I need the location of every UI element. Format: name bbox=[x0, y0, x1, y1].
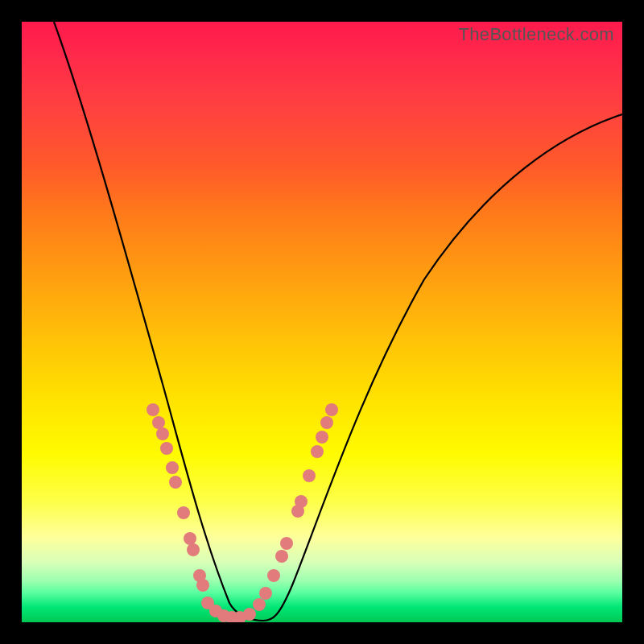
data-bead bbox=[169, 476, 182, 489]
chart-svg bbox=[22, 22, 622, 622]
data-bead bbox=[280, 537, 293, 550]
data-bead bbox=[152, 416, 165, 429]
data-bead bbox=[177, 506, 190, 519]
chart-plot-area: TheBottleneck.com bbox=[22, 22, 622, 622]
data-bead bbox=[275, 550, 288, 563]
data-bead bbox=[243, 608, 256, 621]
data-bead bbox=[316, 431, 328, 444]
beads-group bbox=[147, 403, 338, 622]
data-bead bbox=[267, 569, 280, 582]
data-bead bbox=[196, 579, 209, 592]
data-bead bbox=[166, 461, 179, 474]
data-bead bbox=[160, 442, 173, 455]
data-bead bbox=[253, 598, 266, 611]
data-bead bbox=[147, 403, 159, 416]
curve-right-arm bbox=[263, 114, 622, 621]
data-bead bbox=[303, 469, 316, 482]
data-bead bbox=[325, 403, 338, 416]
curve-left-arm bbox=[54, 22, 263, 621]
data-bead bbox=[259, 587, 272, 600]
curve-group bbox=[54, 22, 622, 621]
data-bead bbox=[295, 495, 308, 508]
data-bead bbox=[187, 543, 200, 556]
data-bead bbox=[311, 445, 324, 458]
data-bead bbox=[320, 416, 333, 429]
data-bead bbox=[156, 427, 169, 440]
data-bead bbox=[184, 532, 196, 545]
watermark-text: TheBottleneck.com bbox=[459, 24, 614, 45]
chart-frame: TheBottleneck.com bbox=[0, 0, 644, 644]
